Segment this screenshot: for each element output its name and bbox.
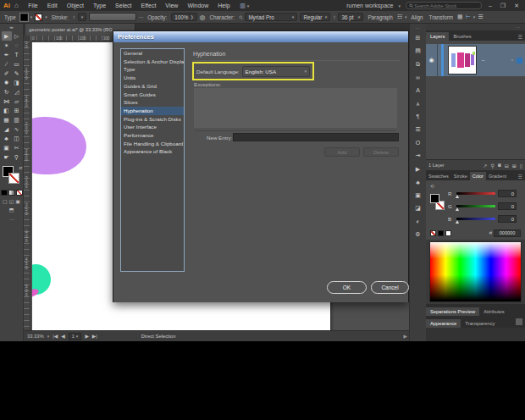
channel-slider[interactable] bbox=[456, 205, 495, 207]
eyedropper-tool[interactable]: ◢ bbox=[2, 124, 12, 134]
menu-item[interactable]: View bbox=[161, 3, 183, 8]
menu-item[interactable]: Window bbox=[183, 3, 213, 8]
collect-for-export-icon[interactable]: ↗ bbox=[484, 163, 488, 169]
draw-normal-icon[interactable]: ▢ bbox=[3, 198, 8, 204]
tab-transparency[interactable]: Transparency bbox=[461, 319, 499, 328]
preferences-category-item[interactable]: Performance bbox=[121, 131, 184, 140]
exceptions-listbox[interactable] bbox=[194, 88, 397, 128]
font-size-stepper[interactable]: ↕ bbox=[333, 14, 335, 19]
new-layer-icon[interactable]: ⊞ bbox=[512, 163, 517, 169]
color-spectrum[interactable] bbox=[429, 241, 522, 302]
panel-menu-icon[interactable]: ☰ bbox=[518, 174, 525, 180]
draw-behind-icon[interactable]: ◱ bbox=[9, 198, 14, 204]
doc-setup-icon[interactable]: ▦ bbox=[457, 14, 463, 20]
preferences-category-item[interactable]: Appearance of Black bbox=[121, 147, 184, 156]
close-button[interactable]: ✕ bbox=[512, 3, 521, 9]
ok-button[interactable]: OK bbox=[327, 281, 367, 294]
cancel-button[interactable]: Cancel bbox=[371, 281, 409, 294]
preferences-category-item[interactable]: Guides & Grid bbox=[121, 82, 184, 91]
color-button[interactable] bbox=[1, 190, 8, 196]
add-button[interactable]: Add bbox=[324, 147, 360, 157]
trash-icon[interactable]: ▯ bbox=[520, 163, 522, 169]
stroke-swatch[interactable] bbox=[35, 14, 42, 21]
target-circle-icon[interactable]: ◦ bbox=[511, 58, 513, 63]
none-swatch[interactable] bbox=[430, 230, 436, 236]
links-panel-icon[interactable]: ♣ bbox=[410, 176, 426, 190]
zoom-dropdown-icon[interactable]: ▾ bbox=[47, 334, 50, 339]
column-graph-tool[interactable]: ◫ bbox=[12, 134, 22, 143]
prev-artboard-icon[interactable]: ◀ bbox=[61, 334, 64, 339]
align-link[interactable]: Align bbox=[410, 14, 425, 20]
symbols-panel-icon[interactable]: ∞ bbox=[410, 71, 426, 85]
magic-wand-tool[interactable]: ✶ bbox=[2, 41, 12, 50]
channel-slider[interactable] bbox=[456, 192, 495, 195]
symbol-sprayer-tool[interactable]: ♣ bbox=[2, 134, 12, 143]
menu-item[interactable]: Help bbox=[213, 3, 235, 8]
white-swatch[interactable] bbox=[445, 230, 451, 236]
slice-tool[interactable]: ✂ bbox=[12, 143, 22, 152]
fill-swatch[interactable] bbox=[20, 14, 28, 21]
preferences-category-item[interactable]: General bbox=[121, 49, 184, 58]
none-button[interactable] bbox=[16, 190, 23, 196]
document-info-panel-icon[interactable]: ◪ bbox=[410, 202, 426, 216]
channel-value-field[interactable]: 0 bbox=[498, 202, 517, 210]
pencil-tool[interactable]: ✎ bbox=[12, 69, 22, 78]
preferences-category-item[interactable]: User Interface bbox=[121, 123, 184, 131]
transform-panel-icon[interactable]: ⊞ bbox=[410, 31, 426, 45]
preferences-category-item[interactable]: File Handling & Clipboard bbox=[121, 140, 184, 148]
preferences-category-item[interactable]: Slices bbox=[121, 98, 184, 107]
rectangle-tool[interactable]: ▭ bbox=[12, 59, 22, 69]
eraser-tool[interactable]: ◨ bbox=[12, 78, 22, 87]
zoom-tool[interactable]: ⚲ bbox=[12, 152, 22, 162]
tab-stroke[interactable]: Stroke bbox=[451, 172, 470, 180]
gradient-button[interactable] bbox=[8, 190, 15, 196]
ruler-origin[interactable] bbox=[24, 36, 30, 41]
zoom-level[interactable]: 33.33% bbox=[27, 334, 44, 339]
artboards-panel-icon[interactable]: ▣ bbox=[410, 189, 426, 202]
line-segment-tool[interactable]: ∕ bbox=[2, 59, 12, 69]
tab-swatches[interactable]: Swatches bbox=[426, 172, 451, 180]
pen-tool[interactable]: ✒ bbox=[2, 50, 12, 59]
collapse-tools-icon[interactable]: ◂▸ bbox=[9, 24, 14, 31]
tab-color[interactable]: Color bbox=[470, 172, 486, 180]
blend-tool[interactable]: ∿ bbox=[12, 124, 22, 134]
tab-attributes[interactable]: Attributes bbox=[479, 307, 509, 316]
new-entry-input[interactable] bbox=[233, 133, 399, 141]
panel-menu-icon[interactable]: ☰ bbox=[518, 34, 525, 41]
color-proxy-icons[interactable]: ⟲ bbox=[430, 184, 434, 189]
layer-row[interactable]: ◉ – ◦ bbox=[426, 44, 525, 76]
home-icon[interactable]: ⌂ bbox=[14, 2, 24, 9]
paintbrush-tool[interactable]: ✐ bbox=[2, 69, 12, 78]
direct-selection-tool[interactable]: ▷ bbox=[12, 31, 22, 41]
fill-color-swatch[interactable] bbox=[430, 194, 439, 203]
search-input[interactable] bbox=[414, 3, 478, 8]
channel-value-field[interactable]: 0 bbox=[498, 215, 517, 223]
navigator-panel-icon[interactable]: ⚙ bbox=[410, 229, 426, 242]
workspace-switcher-icon[interactable]: ▥ ▾ bbox=[235, 3, 251, 9]
draw-inside-icon[interactable]: ▣ bbox=[15, 198, 20, 204]
variable-width-profile[interactable] bbox=[89, 13, 136, 21]
artboard-tool[interactable]: ▣ bbox=[2, 143, 12, 152]
clipping-mask-icon[interactable]: ◙ bbox=[498, 163, 501, 169]
toolbar-more-icon[interactable]: ⋯ bbox=[9, 216, 14, 222]
tab-separations-preview[interactable]: Separations Preview bbox=[426, 307, 479, 316]
minimize-button[interactable]: – bbox=[487, 3, 494, 8]
menu-item[interactable]: Edit bbox=[42, 3, 62, 8]
style-icon[interactable]: ◍ bbox=[200, 14, 206, 21]
shape-builder-tool[interactable]: ◧ bbox=[2, 106, 12, 115]
preferences-category-item[interactable]: Plug-ins & Scratch Disks bbox=[121, 115, 184, 124]
preferences-category-item[interactable]: Hyphenation bbox=[121, 107, 184, 115]
stroke-stepper[interactable]: ↕ bbox=[73, 14, 75, 19]
selection-indicator[interactable] bbox=[517, 58, 522, 64]
stroke-weight-dropdown[interactable]: ▾ bbox=[78, 13, 87, 21]
delete-button[interactable]: Delete bbox=[363, 147, 399, 157]
pathfinder-panel-icon[interactable]: ⧉ bbox=[410, 58, 426, 71]
black-swatch[interactable] bbox=[438, 230, 444, 236]
fill-stroke-proxy[interactable]: ⇄ bbox=[1, 165, 23, 187]
preferences-category-item[interactable]: Type bbox=[121, 65, 184, 74]
locate-object-icon[interactable]: ⚲ bbox=[491, 163, 495, 169]
collapse-dots-icon[interactable]: ⋯ bbox=[426, 24, 525, 30]
scale-tool[interactable]: ◿ bbox=[12, 87, 22, 97]
channel-slider[interactable] bbox=[456, 218, 495, 220]
rotate-tool[interactable]: ↻ bbox=[2, 87, 12, 97]
